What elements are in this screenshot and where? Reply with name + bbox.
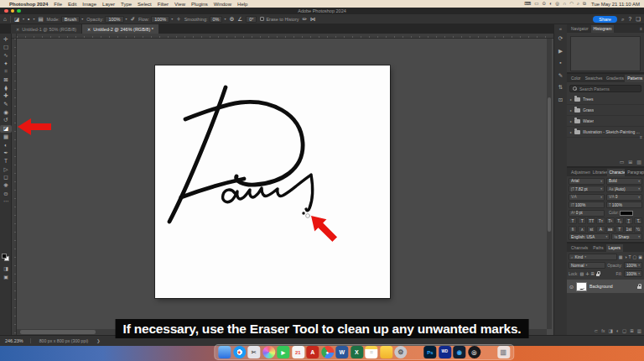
menu-photoshop[interactable]: Photoshop 2024	[9, 2, 48, 7]
share-button[interactable]: Share	[593, 16, 617, 23]
pattern-folder-row[interactable]: ▸ Trees	[567, 94, 644, 105]
camera-icon[interactable]: ◎	[555, 1, 559, 7]
notes[interactable]: ≡	[365, 346, 377, 358]
panel-tab[interactable]: Character	[607, 169, 626, 176]
wd[interactable]: WD	[439, 346, 451, 358]
smoothing-field[interactable]: Smoothing: 0% ▾	[184, 16, 226, 23]
underline-button[interactable]: T̲	[625, 217, 633, 224]
calendar[interactable]: 21	[292, 346, 304, 358]
clone-stamp-tool[interactable]: ◉	[0, 108, 12, 117]
pattern-folder-row[interactable]: ▸ Grass	[567, 105, 644, 116]
ordinals-button[interactable]: 1st	[625, 226, 633, 233]
control-center-icon[interactable]: ⧉	[583, 1, 586, 7]
kerning-field[interactable]: V∕A▾	[569, 194, 605, 201]
blend-mode-select[interactable]: Normal▾	[569, 262, 605, 269]
eyedropper-tool[interactable]: ⧫	[0, 84, 12, 92]
edit-toolbar[interactable]: ⋯	[0, 198, 12, 207]
opacity-value[interactable]: 100%	[105, 16, 123, 23]
search-icon[interactable]: ⌕	[621, 16, 625, 23]
settings[interactable]: ⚙	[394, 346, 407, 358]
menubar-clock[interactable]: Tue May 21 11:10 AM	[591, 2, 640, 7]
subscript-button[interactable]: T₁	[615, 217, 624, 224]
keyboard-icon[interactable]: ⌨	[524, 1, 531, 7]
menu-view[interactable]: View	[174, 2, 185, 7]
hand-tool[interactable]: ❋	[0, 181, 12, 190]
record-icon[interactable]: ⊙	[542, 1, 546, 7]
move-tool[interactable]: ✛	[0, 35, 12, 44]
layer-filter-select[interactable]: ⌕ Kind ▾	[569, 254, 617, 260]
brush-settings-panel-icon[interactable]: ✎	[558, 73, 563, 79]
tracking-field[interactable]: V⁄A0▾	[606, 194, 642, 201]
tab-untitled-2[interactable]: ✕ Untitled-2 @ 246% (RGB/8) *	[82, 24, 158, 34]
leading-field[interactable]: Aa(Auto)▾	[606, 186, 642, 192]
antialias-select[interactable]: ªaSharp▾	[611, 233, 642, 240]
menu-filter[interactable]: Filter	[158, 2, 169, 7]
pattern-search-input[interactable]	[579, 86, 638, 92]
tab-untitled-1[interactable]: ✕ Untitled-1 @ 50% (RGB/8)	[11, 24, 82, 34]
disclosure-triangle-icon[interactable]: ▸	[570, 97, 572, 102]
pressure-opacity-icon[interactable]: ✐	[131, 16, 135, 23]
g-app[interactable]: ◎	[468, 346, 480, 358]
acrobat[interactable]: A	[306, 346, 319, 358]
word[interactable]: W	[335, 346, 348, 358]
symmetry-icon[interactable]: ⋈	[310, 16, 316, 23]
marquee-tool[interactable]: ▢	[0, 44, 12, 52]
panel-tab[interactable]: Color	[569, 75, 583, 82]
spotlight-icon[interactable]: ⌕	[577, 1, 579, 7]
panel-menu-icon[interactable]: ≡	[640, 26, 642, 31]
vertical-scale-field[interactable]: IT100%	[569, 201, 605, 208]
all-caps-button[interactable]: TT	[587, 217, 595, 224]
sep2[interactable]	[482, 346, 495, 358]
faux-italic-button[interactable]: T	[578, 217, 586, 224]
horizontal-scale-field[interactable]: T100%	[606, 201, 642, 208]
brush-chevron-icon[interactable]: ▾	[33, 17, 34, 21]
pattern-folder-row[interactable]: ▸ Illustration - Sketch-Painting ...	[567, 127, 644, 138]
stylistic-alt-button[interactable]: aa	[606, 226, 615, 233]
text-color-swatch[interactable]	[620, 211, 633, 216]
flow-field[interactable]: Flow: 100% ▾	[138, 16, 173, 23]
facetime[interactable]: ▶	[277, 346, 289, 358]
gradient-tool[interactable]: ▦	[0, 133, 12, 141]
disclosure-triangle-icon[interactable]: ▸	[570, 130, 572, 134]
workspace-switcher-icon[interactable]: ❏	[636, 16, 641, 23]
lasso-tool[interactable]: ∿	[0, 51, 12, 60]
help-icon[interactable]: ?	[629, 16, 632, 22]
strikethrough-button[interactable]: T̶	[634, 217, 642, 224]
wifi-icon[interactable]: ◠	[569, 1, 574, 7]
history-brush-tool[interactable]: ↺	[0, 117, 12, 125]
sep1[interactable]	[409, 346, 422, 358]
mask-icon[interactable]: ◨	[608, 328, 612, 333]
layer-opacity-field[interactable]: 100%▾	[624, 262, 642, 269]
fx-icon[interactable]: fx	[601, 328, 605, 333]
mode-field[interactable]: Mode: Brush ▾	[47, 16, 84, 23]
color-swatches[interactable]	[2, 254, 10, 262]
airbrush-icon[interactable]: ✧	[176, 16, 180, 23]
text-color-field[interactable]: Color:	[606, 210, 642, 217]
path-selection-tool[interactable]: ▷	[0, 165, 12, 174]
panel-tab[interactable]: Libraries	[590, 169, 607, 176]
new-pattern-icon[interactable]: ⊞	[628, 159, 632, 165]
lock-transparency-icon[interactable]: ▨	[579, 271, 584, 276]
brush-tool[interactable]: ✎	[0, 101, 12, 109]
lock-artboard-icon[interactable]: ⊞	[590, 271, 594, 276]
display-icon[interactable]: ▭	[534, 1, 538, 7]
shape-tool[interactable]: ◻	[0, 174, 12, 182]
document-canvas[interactable]	[155, 65, 390, 298]
lock-all-icon[interactable]	[596, 271, 600, 276]
erase-to-history-checkbox[interactable]: Erase to History	[260, 17, 299, 22]
pattern-search[interactable]	[569, 85, 641, 92]
eraser-preset-icon[interactable]: ◪	[14, 16, 19, 23]
pen-tool[interactable]: ✒	[0, 149, 12, 158]
info-panel-icon[interactable]: ⊡	[558, 97, 563, 103]
vertical-scrollbar[interactable]	[547, 39, 552, 329]
history-panel-icon[interactable]: ⟳	[558, 36, 563, 42]
expand-panels-icon[interactable]: «	[554, 24, 567, 31]
disclosure-triangle-icon[interactable]: ▸	[570, 119, 572, 123]
menu-window[interactable]: Window	[214, 2, 231, 7]
panel-tab[interactable]: Patterns	[625, 75, 644, 82]
panel-tab[interactable]: Layers	[606, 244, 623, 252]
link-icon[interactable]: ⊂	[595, 328, 599, 333]
filter-pixel-icon[interactable]: ▦	[619, 254, 623, 259]
angle-value[interactable]: 0°	[246, 16, 257, 23]
mode-value[interactable]: Brush	[61, 16, 80, 23]
